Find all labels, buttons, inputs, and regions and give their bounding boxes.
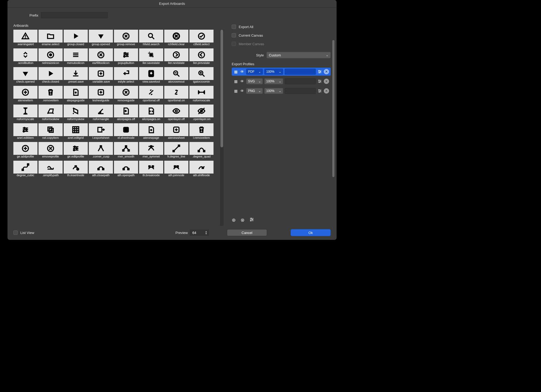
artboard-thumb[interactable]: degree_cubic — [13, 161, 37, 178]
profile-scale-select[interactable]: 100%⌄ — [264, 88, 283, 94]
artboards-scroll-thumb[interactable] — [220, 30, 223, 147]
artboard-thumb[interactable]: group.opened — [89, 30, 113, 47]
artboard-thumb[interactable]: .simplifypath — [39, 161, 63, 178]
artboard-thumb[interactable]: .corner_cusp — [89, 142, 113, 160]
profile-visibility-icon[interactable]: 👁 — [240, 79, 245, 83]
artboard-thumb[interactable]: alizepages.off — [114, 105, 138, 122]
artboard-thumb[interactable]: ath.openpath — [114, 161, 138, 178]
artboard-thumb[interactable]: rchfield.clear — [164, 30, 188, 47]
artboard-thumb[interactable]: rner_symmet — [139, 142, 163, 160]
edit-profile-button[interactable] — [249, 217, 254, 223]
artboard-thumb[interactable]: oportional.on — [164, 86, 188, 103]
artboard-thumb[interactable]: ller.savestate — [139, 48, 163, 66]
artboard-thumb[interactable]: l.removeitem — [189, 123, 214, 141]
artboard-thumb[interactable]: igatorzoomin — [189, 67, 214, 85]
artboard-thumb[interactable]: ename.select — [39, 30, 63, 47]
artboard-thumb[interactable]: ller.nextstate — [164, 48, 188, 66]
artboard-thumb[interactable]: check.closed — [39, 67, 63, 85]
artboard-thumb[interactable]: nsformyskew — [64, 105, 88, 122]
style-select[interactable]: Custom ⌄ — [266, 52, 331, 58]
artboard-thumb[interactable]: nelresizeicon — [39, 48, 63, 66]
profile-remove-button[interactable]: ✕ — [324, 88, 329, 94]
artboard-thumb[interactable]: ath.closepath — [89, 161, 113, 178]
artboard-thumb[interactable]: l.exportsheet — [89, 123, 113, 141]
profile-format-select[interactable]: SVG⌄ — [246, 78, 263, 84]
profile-suffix-input[interactable] — [285, 69, 316, 75]
artboard-thumb[interactable]: th.insertnode — [64, 161, 88, 178]
current-canvas-checkbox[interactable] — [232, 33, 236, 37]
artboard-thumb[interactable]: nsformxskew — [39, 105, 63, 122]
artboard-thumb[interactable]: emoveprofile — [39, 142, 63, 160]
artboard-thumb[interactable]: ctfield.select — [189, 30, 214, 47]
artboard-thumb[interactable]: tesheetguide — [89, 86, 113, 103]
artboard-thumb[interactable]: atorzoomout — [164, 67, 188, 85]
profile-format-select[interactable]: PDF⌄ — [246, 69, 263, 75]
artboard-thumb[interactable]: removeguide — [114, 86, 138, 103]
profile-settings-icon[interactable] — [317, 89, 322, 93]
artboard-thumb[interactable]: atenewitem — [13, 86, 37, 103]
artboard-thumb[interactable]: view.savetool — [139, 67, 163, 85]
artboard-thumb[interactable]: rner_smooth — [114, 142, 138, 160]
artboard-thumb[interactable]: ath.joinnode — [164, 161, 188, 178]
artboard-thumb[interactable]: nsformxscale — [189, 86, 214, 103]
artboard-thumb[interactable]: .scrollbutton — [13, 48, 37, 66]
profile-settings-icon[interactable] — [317, 69, 322, 74]
artboard-thumb[interactable]: ath.shiftnode — [189, 161, 214, 178]
artboard-thumb[interactable]: alizepages.on — [139, 105, 163, 122]
list-view-checkbox[interactable] — [13, 230, 18, 235]
cancel-button[interactable]: Cancel — [227, 229, 267, 236]
add-profile-button[interactable]: ⊕ — [232, 217, 236, 223]
artboards-scrollbar[interactable] — [220, 30, 224, 226]
artboard-thumb[interactable]: el.sheetnode — [114, 123, 138, 141]
profile-format-select[interactable]: PNG⌄ — [246, 88, 263, 94]
artboard-thumb[interactable]: openlayer.off — [164, 105, 188, 122]
profile-scale-select[interactable]: 100%⌄ — [264, 69, 283, 75]
artboard-thumb[interactable]: ge.editprofile — [64, 142, 88, 160]
artboard-thumb[interactable]: menutoolicon — [64, 48, 88, 66]
artboard-thumb[interactable]: .degree_quad — [189, 142, 214, 160]
profile-scale-select[interactable]: 100%⌄ — [264, 78, 283, 84]
export-profile-row[interactable]: ▦👁PDF⌄100%⌄✕ — [232, 68, 331, 76]
artboard-thumb[interactable]: popupbutton — [114, 48, 138, 66]
artboard-thumb[interactable]: estyle.select — [114, 67, 138, 85]
artboard-thumb[interactable]: .variable.save — [89, 67, 113, 85]
artboard-thumb[interactable]: earfilltoolicon — [89, 48, 113, 66]
artboard-thumb[interactable]: group.closed — [64, 30, 88, 47]
artboard-thumb[interactable]: atepageguide — [64, 86, 88, 103]
artboard-thumb[interactable]: .openlayer.on — [189, 105, 214, 122]
artboard-thumb[interactable]: ge.addprofile — [13, 142, 37, 160]
artboard-thumb[interactable]: nsformangle — [89, 105, 113, 122]
artboard-thumb[interactable]: .removeitem — [39, 86, 63, 103]
export-profile-row[interactable]: ▦👁SVG⌄100%⌄✕ — [232, 77, 331, 85]
artboard-thumb[interactable]: hfield.search — [139, 30, 163, 47]
artboard-thumb[interactable]: h.degree_line — [164, 142, 188, 160]
artboard-thumb[interactable]: nsformyscale — [13, 105, 37, 122]
profile-remove-button[interactable]: ✕ — [324, 69, 329, 74]
artboard-thumb[interactable]: group.remove — [114, 30, 138, 47]
prefix-input[interactable] — [41, 12, 108, 18]
right-panel-scrollbar[interactable] — [332, 40, 335, 211]
profile-suffix-input[interactable] — [285, 78, 316, 84]
artboard-thumb[interactable]: atenewsheet — [164, 123, 188, 141]
artboard-thumb[interactable]: atenewpage — [139, 123, 163, 141]
right-panel-scroll-thumb[interactable] — [332, 40, 334, 177]
artboard-thumb[interactable]: ller.prevstate — [189, 48, 214, 66]
export-all-checkbox[interactable] — [232, 25, 236, 29]
artboard-thumb[interactable]: anel.edititem — [13, 123, 37, 141]
artboard-thumb[interactable]: check.opened — [13, 67, 37, 85]
export-profile-row[interactable]: ▦👁PNG⌄100%⌄✕ — [232, 87, 331, 95]
ok-button[interactable]: Ok — [291, 229, 331, 236]
preview-size-stepper[interactable]: 64 ▲▼ — [190, 230, 209, 236]
artboard-thumb[interactable]: anel.editgrid — [64, 123, 88, 141]
artboard-thumb[interactable]: oportional.off — [139, 86, 163, 103]
artboard-thumb[interactable]: .warningalert — [13, 30, 37, 47]
profile-settings-icon[interactable] — [317, 79, 322, 84]
profile-suffix-input[interactable] — [285, 88, 316, 94]
profile-visibility-icon[interactable]: 👁 — [240, 89, 245, 93]
artboard-thumb[interactable]: .preset.save — [64, 67, 88, 85]
profile-remove-button[interactable]: ✕ — [324, 79, 329, 84]
artboard-thumb[interactable]: nel.copyitem — [39, 123, 63, 141]
remove-profile-button[interactable]: ⊗ — [241, 217, 245, 223]
profile-visibility-icon[interactable]: 👁 — [240, 70, 245, 74]
artboard-thumb[interactable]: th.breaknode — [139, 161, 163, 178]
